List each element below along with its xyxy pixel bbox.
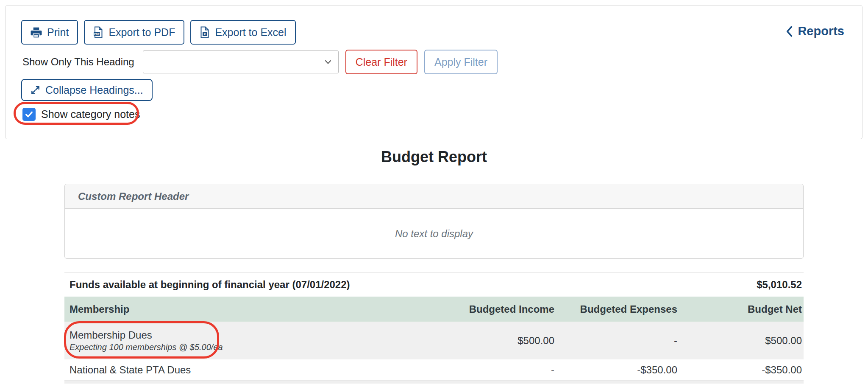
custom-report-header-empty-text: No text to display xyxy=(65,209,803,258)
print-button[interactable]: Print xyxy=(21,20,78,45)
category-name: Membership Dues xyxy=(70,329,427,341)
heading-select[interactable] xyxy=(143,50,339,73)
pdf-file-icon: PDF xyxy=(93,26,103,39)
back-to-reports-link[interactable]: Reports xyxy=(785,24,844,38)
back-to-reports-label: Reports xyxy=(798,24,844,38)
export-pdf-button[interactable]: PDF Export to PDF xyxy=(84,20,184,45)
toolbar-panel: Print PDF Export to PDF xyxy=(5,5,862,139)
funds-available-row: Funds available at beginning of financia… xyxy=(64,272,804,297)
budget-net-cell: -$350.00 xyxy=(677,364,802,376)
row-name-cell: Membership Dues Expecting 100 membership… xyxy=(70,329,427,352)
heading-filter-row: Show Only This Heading Clear Filter Appl… xyxy=(22,50,498,74)
print-button-label: Print xyxy=(47,26,69,39)
budget-report-page: Print PDF Export to PDF xyxy=(0,0,868,384)
clear-filter-button[interactable]: Clear Filter xyxy=(345,50,417,74)
excel-file-icon: x xyxy=(200,26,210,39)
collapse-headings-label: Collapse Headings... xyxy=(45,84,143,96)
column-header-budget-net: Budget Net xyxy=(677,303,802,315)
export-button-group: Print PDF Export to PDF xyxy=(21,20,296,45)
printer-icon xyxy=(31,27,42,38)
table-row: Membership Dues Expecting 100 membership… xyxy=(64,322,804,359)
row-name-cell: National & State PTA Dues xyxy=(70,364,427,376)
budgeted-expenses-cell: -$350.00 xyxy=(554,364,677,376)
checkmark-icon xyxy=(25,110,33,119)
funds-available-label: Funds available at beginning of financia… xyxy=(70,279,350,291)
table-header-row: Membership Budgeted Income Budgeted Expe… xyxy=(64,297,804,322)
funds-available-amount: $5,010.52 xyxy=(757,279,802,291)
apply-filter-button[interactable]: Apply Filter xyxy=(424,50,498,74)
chevron-left-icon xyxy=(785,25,794,37)
heading-filter-label: Show Only This Heading xyxy=(22,56,134,68)
budgeted-income-cell: $500.00 xyxy=(427,335,554,347)
budgeted-income-cell: - xyxy=(427,364,554,376)
next-row-partial xyxy=(64,381,804,384)
svg-text:x: x xyxy=(204,32,206,36)
svg-text:PDF: PDF xyxy=(94,32,100,35)
column-header-budgeted-income: Budgeted Income xyxy=(427,303,554,315)
show-category-notes-row: Show category notes xyxy=(22,108,140,121)
column-header-budgeted-expenses: Budgeted Expenses xyxy=(554,303,677,315)
category-heading: Membership xyxy=(70,303,427,315)
export-excel-button[interactable]: x Export to Excel xyxy=(190,20,295,45)
category-name: National & State PTA Dues xyxy=(70,364,427,376)
budget-net-cell: $500.00 xyxy=(677,335,802,347)
table-row: National & State PTA Dues - -$350.00 -$3… xyxy=(64,359,804,381)
show-category-notes-checkbox[interactable] xyxy=(22,108,36,121)
custom-report-header-title: Custom Report Header xyxy=(65,184,803,209)
collapse-headings-button[interactable]: Collapse Headings... xyxy=(21,79,153,101)
clear-filter-label: Clear Filter xyxy=(356,56,407,68)
budget-table: Funds available at beginning of financia… xyxy=(64,272,804,384)
category-note: Expecting 100 memberships @ $5.00/ea xyxy=(70,342,427,352)
budgeted-expenses-cell: - xyxy=(554,335,677,347)
collapse-arrows-icon xyxy=(31,85,40,95)
custom-report-header-panel: Custom Report Header No text to display xyxy=(64,184,804,259)
export-pdf-button-label: Export to PDF xyxy=(108,26,175,39)
show-category-notes-label: Show category notes xyxy=(41,108,140,121)
export-excel-button-label: Export to Excel xyxy=(215,26,286,39)
chevron-down-icon xyxy=(324,58,332,66)
apply-filter-label: Apply Filter xyxy=(434,56,487,68)
page-title: Budget Report xyxy=(0,148,868,166)
